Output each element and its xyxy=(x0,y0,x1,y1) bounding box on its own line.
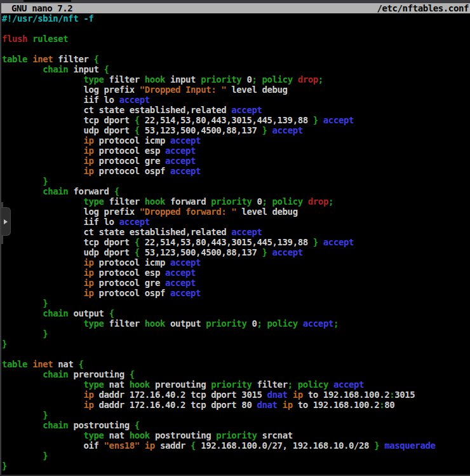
code-line[interactable]: ip protocol gre accept xyxy=(2,278,470,288)
code-token: nat xyxy=(104,430,130,440)
code-line[interactable]: ip daddr 172.16.40.2 tcp dport 80 dnat i… xyxy=(2,400,470,410)
code-token: table xyxy=(2,359,27,369)
code-token: type xyxy=(83,196,104,207)
code-line[interactable]: } xyxy=(2,329,470,339)
code-token: 0 xyxy=(246,318,257,329)
code-token: postrouting xyxy=(150,430,216,440)
code-line[interactable] xyxy=(2,349,470,359)
code-line[interactable]: log prefix "Dropped forward: " level deb… xyxy=(2,207,470,217)
code-line[interactable]: } xyxy=(2,451,470,461)
code-line[interactable]: chain forward { xyxy=(2,186,470,196)
code-line[interactable]: iif lo accept xyxy=(2,217,470,227)
code-token xyxy=(2,369,43,379)
code-token: output xyxy=(68,308,109,318)
code-line[interactable]: } xyxy=(2,410,470,420)
code-token: type xyxy=(83,74,104,85)
code-line[interactable]: ip protocol gre accept xyxy=(2,156,470,166)
code-line[interactable]: udp dport { 53,123,500,4500,88,137 } acc… xyxy=(2,247,470,257)
code-line[interactable]: } xyxy=(2,461,470,471)
code-token: accept xyxy=(170,166,201,176)
code-token xyxy=(2,329,43,339)
code-token: ip xyxy=(83,146,93,156)
code-line[interactable] xyxy=(2,44,470,54)
code-line[interactable]: ip protocol ospf accept xyxy=(2,288,470,298)
code-token xyxy=(278,400,283,410)
code-token xyxy=(2,308,43,318)
code-token xyxy=(262,318,267,329)
code-token: policy xyxy=(267,318,298,329)
code-line[interactable]: log prefix "Dropped Input: " level debug xyxy=(2,85,470,95)
code-line[interactable]: ip protocol esp accept xyxy=(2,268,470,278)
code-line[interactable]: type filter hook forward priority 0; pol… xyxy=(2,196,470,207)
code-line[interactable]: iif lo accept xyxy=(2,95,470,105)
code-line[interactable]: chain output { xyxy=(2,308,470,318)
code-token: input xyxy=(165,74,201,85)
code-line[interactable]: tcp dport { 22,514,53,80,443,3015,445,13… xyxy=(2,237,470,247)
code-line[interactable]: } xyxy=(2,176,470,186)
code-token: tcp dport xyxy=(2,237,135,247)
code-line[interactable]: table inet nat { xyxy=(2,359,470,369)
code-line[interactable]: type filter hook input priority 0; polic… xyxy=(2,74,470,85)
code-line[interactable]: table inet filter { xyxy=(2,54,470,64)
code-token xyxy=(2,451,43,461)
code-token: chain xyxy=(43,369,68,379)
code-token: } xyxy=(43,176,48,186)
code-token: } xyxy=(2,339,7,349)
code-token: priority xyxy=(211,196,252,207)
code-line[interactable]: } xyxy=(2,339,470,349)
code-token: iif lo xyxy=(2,217,119,227)
code-token: input xyxy=(68,64,104,74)
code-token xyxy=(267,196,272,207)
code-token: flush xyxy=(2,34,27,44)
code-line[interactable]: chain input { xyxy=(2,64,470,74)
nano-filename-label: /etc/nftables.conf xyxy=(377,3,470,13)
code-token: 22,514,53,80,443,3015,445,139,88 xyxy=(140,237,313,247)
code-token: } xyxy=(2,461,7,471)
control-bar-reveal-handle[interactable] xyxy=(1,207,11,236)
code-line[interactable]: ct state established,related accept xyxy=(2,227,470,237)
code-line[interactable]: chain prerouting { xyxy=(2,369,470,379)
code-line[interactable]: ip daddr 172.16.40.2 tcp dport 3015 dnat… xyxy=(2,390,470,400)
editor-area[interactable]: #!/usr/sbin/nft -f flush ruleset table i… xyxy=(0,13,470,476)
code-token: { xyxy=(104,64,109,74)
code-line[interactable]: type filter hook output priority 0; poli… xyxy=(2,318,470,329)
code-token xyxy=(257,74,262,85)
code-line[interactable]: type nat hook prerouting priority filter… xyxy=(2,379,470,390)
code-token: { xyxy=(109,308,114,318)
code-line[interactable]: ip protocol icmp accept xyxy=(2,135,470,146)
code-line[interactable]: ip protocol ospf accept xyxy=(2,166,470,176)
code-token xyxy=(379,440,384,451)
code-token: ; xyxy=(262,196,267,207)
code-line[interactable] xyxy=(2,24,470,34)
nano-version-label: GNU nano 7.2 xyxy=(1,3,72,13)
code-line[interactable]: #!/usr/sbin/nft -f xyxy=(2,13,470,24)
code-token: output xyxy=(165,318,206,329)
code-line[interactable]: tcp dport { 22,514,53,80,443,3015,445,13… xyxy=(2,115,470,125)
code-token: hook xyxy=(130,379,150,390)
code-token: { xyxy=(78,359,83,369)
code-line[interactable]: chain postrouting { xyxy=(2,420,470,430)
code-token: daddr 172.16.40.2 tcp dport 80 xyxy=(94,400,257,410)
code-token: type xyxy=(83,318,104,329)
code-token: } xyxy=(313,237,318,247)
code-token: #!/usr/sbin/nft -f xyxy=(2,13,94,24)
code-token xyxy=(318,115,323,125)
code-line[interactable]: ct state established,related accept xyxy=(2,105,470,115)
code-line[interactable]: udp dport { 53,123,500,4500,88,137 } acc… xyxy=(2,125,470,135)
code-token: inet xyxy=(32,359,53,369)
code-line[interactable]: type nat hook postrouting priority srcna… xyxy=(2,430,470,440)
code-line[interactable]: } xyxy=(2,298,470,308)
code-line[interactable]: flush ruleset xyxy=(2,34,470,44)
code-token: } xyxy=(313,115,318,125)
code-token: ruleset xyxy=(32,34,68,44)
code-token: 80 xyxy=(384,400,394,410)
code-token: accept xyxy=(170,135,201,146)
code-line[interactable]: ip protocol esp accept xyxy=(2,146,470,156)
arrow-right-icon xyxy=(4,219,8,224)
code-token: level debug xyxy=(226,85,287,95)
code-token: "Dropped Input: " xyxy=(140,85,227,95)
code-line[interactable]: ip protocol icmp accept xyxy=(2,257,470,268)
code-line[interactable]: oif "ens18" ip saddr { 192.168.100.0/27,… xyxy=(2,440,470,451)
code-token xyxy=(2,186,43,196)
code-token: protocol esp xyxy=(94,146,165,156)
